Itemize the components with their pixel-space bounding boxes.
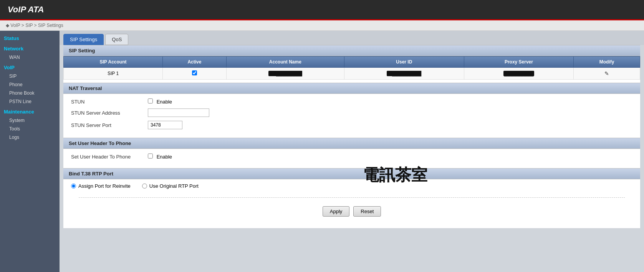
divider (79, 197, 625, 198)
sip-account-table: SIP Account Active Account Name User ID … (63, 56, 640, 80)
sidebar-item-phone[interactable]: Phone (0, 80, 60, 89)
sip-proxy-server-value: █████████ (464, 68, 573, 80)
assign-port-radio[interactable] (71, 184, 76, 189)
use-original-radio[interactable] (142, 184, 147, 189)
sidebar-item-tools[interactable]: Tools (0, 125, 60, 133)
set-user-enable-container: Enable (148, 154, 172, 160)
stun-server-row: STUN Server Address (71, 108, 632, 117)
sidebar: Status Network WAN VoIP SIP Phone Phone … (0, 31, 60, 272)
col-user-id: User ID (344, 57, 464, 68)
content-area: SIP Setting SIP Account Active Account N… (63, 45, 640, 228)
stun-server-input[interactable] (148, 108, 209, 117)
bind-rtp-header: Bind T.38 RTP Port (63, 168, 640, 179)
col-sip-account: SIP Account (64, 57, 163, 68)
tab-bar: SIP Settings QoS (60, 31, 644, 45)
sidebar-item-network[interactable]: Network (0, 43, 60, 53)
col-active: Active (163, 57, 227, 68)
stun-enable-container: Enable (148, 98, 172, 105)
nat-form: STUN Enable STUN Server Address STUN Ser… (63, 94, 640, 138)
stun-port-input[interactable] (148, 121, 182, 129)
sip-account-name: SIP 1 (64, 68, 163, 80)
use-original-option[interactable]: Use Original RTP Port (142, 183, 199, 189)
sip-active-checkbox (163, 68, 227, 80)
nat-traversal-header: NAT Traversal (63, 83, 640, 94)
stun-enable-label: Enable (157, 99, 172, 105)
tab-qos[interactable]: QoS (105, 34, 128, 45)
sip-modify-btn[interactable]: ✎ (574, 68, 640, 80)
apply-button[interactable]: Apply (323, 206, 350, 217)
stun-row: STUN Enable (71, 98, 632, 105)
assign-port-option[interactable]: Assign Port for Reinvite (71, 183, 131, 189)
sidebar-item-pstn[interactable]: PSTN Line (0, 97, 60, 106)
breadcrumb-text: ◆ VoIP > SIP > SIP Settings (6, 23, 63, 28)
table-row: SIP 1 852████████ 85█████████ █████████ (64, 68, 640, 80)
sip-account-name-value: 852████████ (226, 68, 344, 80)
edit-icon[interactable]: ✎ (604, 70, 609, 77)
breadcrumb: ◆ VoIP > SIP > SIP Settings (0, 20, 644, 31)
sip-user-id-value: 85█████████ (344, 68, 464, 80)
col-modify: Modify (574, 57, 640, 68)
set-user-label: Set User Header To Phone (71, 154, 148, 160)
use-original-label: Use Original RTP Port (149, 183, 199, 189)
assign-port-label: Assign Port for Reinvite (78, 183, 131, 189)
set-user-header: Set User Header To Phone (63, 138, 640, 149)
sidebar-item-sip[interactable]: SIP (0, 72, 60, 80)
action-buttons: Apply Reset (63, 202, 640, 220)
stun-port-row: STUN Server Port (71, 121, 632, 129)
set-user-form: Set User Header To Phone Enable (63, 149, 640, 168)
set-user-enable-checkbox[interactable] (148, 154, 153, 159)
sip-setting-header: SIP Setting (63, 45, 640, 56)
set-user-enable-label: Enable (157, 154, 172, 160)
sidebar-item-phonebook[interactable]: Phone Book (0, 89, 60, 97)
sidebar-item-wan[interactable]: WAN (0, 53, 60, 62)
stun-label: STUN (71, 99, 148, 105)
sidebar-item-voip[interactable]: VoIP (0, 62, 60, 72)
sidebar-item-status[interactable]: Status (0, 31, 60, 43)
set-user-row: Set User Header To Phone Enable (71, 154, 632, 160)
col-account-name: Account Name (226, 57, 344, 68)
stun-server-label: STUN Server Address (71, 110, 148, 116)
sidebar-item-logs[interactable]: Logs (0, 133, 60, 142)
sidebar-item-maintenance[interactable]: Maintenance (0, 106, 60, 116)
app-title: VoIP ATA (8, 5, 636, 15)
active-checkbox[interactable] (192, 70, 197, 75)
reset-button[interactable]: Reset (353, 206, 381, 217)
main-content: SIP Settings QoS SIP Setting SIP Account… (60, 31, 644, 272)
sidebar-item-system[interactable]: System (0, 116, 60, 125)
tab-sip-settings[interactable]: SIP Settings (63, 34, 104, 45)
stun-port-label: STUN Server Port (71, 122, 148, 128)
stun-enable-checkbox[interactable] (148, 98, 153, 103)
app-header: VoIP ATA (0, 0, 644, 20)
col-proxy-server: Proxy Server (464, 57, 573, 68)
rtp-radio-row: Assign Port for Reinvite Use Original RT… (63, 179, 640, 193)
